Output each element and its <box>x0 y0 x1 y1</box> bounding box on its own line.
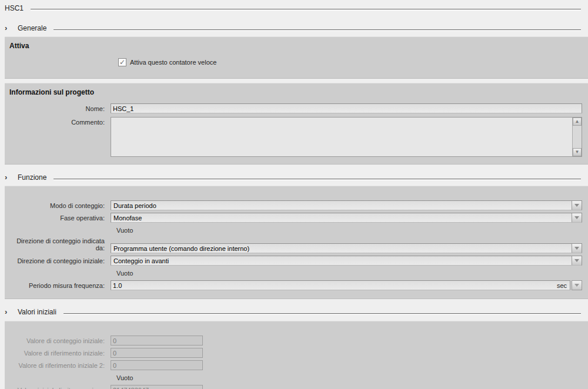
fase-operativa-label: Fase operativa: <box>9 214 111 222</box>
nome-field-frame <box>111 103 582 113</box>
nome-label: Nome: <box>9 105 111 112</box>
combo-value: Conteggio in avanti <box>111 257 572 264</box>
vuoto-text: Vuoto <box>116 270 582 277</box>
fase-operativa-combo[interactable]: Monofase <box>111 213 582 223</box>
combo-value: Programma utente (comando direzione inte… <box>111 245 572 252</box>
dropdown-arrow-button[interactable] <box>572 256 582 265</box>
checkmark-icon: ✓ <box>119 59 125 66</box>
limite-superiore-field-frame <box>111 385 203 389</box>
section-title-funzione[interactable]: Funzione <box>18 173 46 182</box>
dropdown-arrow-button[interactable] <box>572 213 582 222</box>
valore-conteggio-label: Valore di conteggio iniziale: <box>9 337 111 344</box>
attiva-checkbox[interactable]: ✓ <box>118 58 126 66</box>
commento-field-frame: ▲ ▼ <box>111 117 582 157</box>
progetto-title: Informazioni sul progetto <box>9 88 582 96</box>
commento-scrollbar[interactable]: ▲ ▼ <box>572 118 582 156</box>
section-header-valori-iniziali[interactable]: › Valori iniziali <box>0 306 588 318</box>
valore-riferimento-field-frame <box>111 348 203 358</box>
modo-conteggio-label: Modo di conteggio: <box>9 202 111 209</box>
section-title-generale[interactable]: Generale <box>18 24 46 32</box>
vuoto-text: Vuoto <box>116 374 582 381</box>
limite-superiore-label: Valore iniziale limite superiore: <box>9 387 111 389</box>
periodo-frequenza-input[interactable] <box>111 281 554 290</box>
chevron-down-icon <box>574 247 579 250</box>
unit-dropdown-button[interactable] <box>572 280 582 290</box>
direzione-indicata-label: Direzione di conteggio indicata da: <box>9 237 111 253</box>
panel-attiva: Attiva ✓ Attiva questo contatore veloce <box>5 36 588 79</box>
combo-value: Monofase <box>111 214 572 222</box>
periodo-frequenza-label: Periodo misura frequenza: <box>9 282 111 289</box>
vuoto-text: Vuoto <box>116 227 582 234</box>
chevron-right-icon[interactable]: › <box>5 308 18 316</box>
page-header: HSC1 <box>0 0 588 13</box>
unit-label: sec <box>554 282 570 289</box>
panel-informazioni-progetto: Informazioni sul progetto Nome: Commento… <box>5 83 588 165</box>
valore-riferimento2-label: Valore di riferimento iniziale 2: <box>9 362 111 369</box>
page-title: HSC1 <box>5 4 24 12</box>
chevron-down-icon <box>574 284 579 287</box>
panel-valori-iniziali: Valore di conteggio iniziale: Valore di … <box>5 321 588 389</box>
attiva-title: Attiva <box>9 42 582 50</box>
scroll-up-button[interactable]: ▲ <box>573 118 582 126</box>
section-title-valori-iniziali[interactable]: Valori iniziali <box>18 308 56 316</box>
chevron-right-icon[interactable]: › <box>5 24 18 32</box>
valore-riferimento-input <box>111 348 202 357</box>
limite-superiore-input <box>111 385 202 389</box>
direzione-iniziale-combo[interactable]: Conteggio in avanti <box>111 256 582 266</box>
header-rule <box>31 9 581 11</box>
valore-conteggio-field-frame <box>111 336 203 346</box>
chevron-down-icon <box>574 216 579 219</box>
dropdown-arrow-button[interactable] <box>572 201 582 210</box>
combo-value: Durata periodo <box>111 202 572 209</box>
commento-textarea[interactable] <box>111 118 572 156</box>
direzione-indicata-combo[interactable]: Programma utente (comando direzione inte… <box>111 243 582 253</box>
section-header-generale[interactable]: › Generale <box>0 22 588 34</box>
chevron-down-icon <box>574 259 579 262</box>
periodo-frequenza-field-frame: sec <box>111 280 570 290</box>
valore-conteggio-input <box>111 336 202 345</box>
valore-riferimento2-field-frame <box>111 360 203 370</box>
dropdown-arrow-button[interactable] <box>572 244 582 253</box>
scroll-down-button[interactable]: ▼ <box>573 148 582 156</box>
direzione-iniziale-label: Direzione di conteggio iniziale: <box>9 257 111 264</box>
panel-funzione: Modo di conteggio: Durata periodo Fase o… <box>5 186 588 299</box>
modo-conteggio-combo[interactable]: Durata periodo <box>111 200 582 210</box>
chevron-down-icon <box>574 204 579 207</box>
nome-input[interactable] <box>111 104 582 113</box>
commento-label: Commento: <box>9 117 111 126</box>
valore-riferimento-label: Valore di riferimento iniziale: <box>9 350 111 357</box>
chevron-right-icon[interactable]: › <box>5 173 18 182</box>
section-header-funzione[interactable]: › Funzione <box>0 172 588 183</box>
attiva-checkbox-label[interactable]: Attiva questo contatore veloce <box>130 59 216 66</box>
valore-riferimento2-input <box>111 361 202 370</box>
